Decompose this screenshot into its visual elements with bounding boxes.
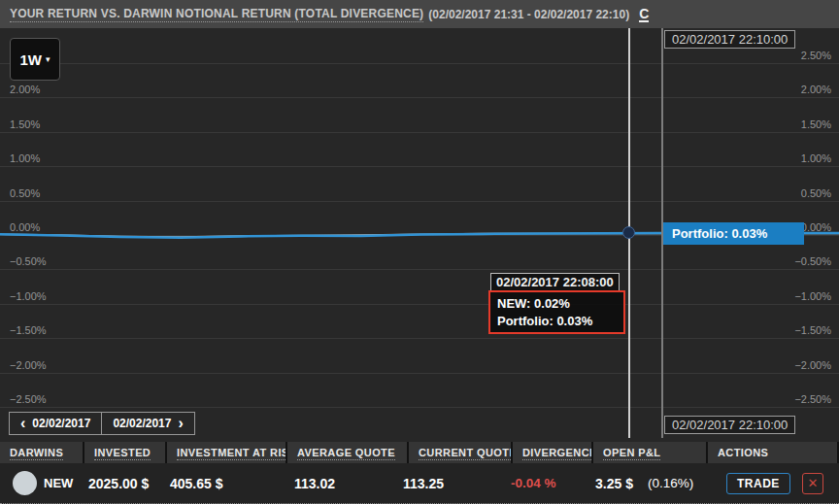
gridline [0,407,839,408]
y-axis-label-right: −2.00% [794,359,831,372]
open-pl-value: 3.25 $ [595,476,633,491]
y-axis-label-right: 2.50% [801,50,831,62]
col-header-investment-at-risk: INVESTMENT AT RISK [167,442,285,463]
gridline [0,338,839,339]
refresh-icon[interactable]: C [639,7,649,22]
y-axis-label-left: 2.00% [10,84,40,96]
chevron-right-icon: › [178,417,183,430]
y-axis-label-left: 0.00% [10,221,40,234]
chevron-down-icon: ▾ [46,54,50,64]
date-navigation: ‹ 02/02/2017 02/02/2017 › [9,412,195,435]
y-axis-label-right: 1.00% [801,152,831,165]
y-axis-label-left: 1.00% [10,152,40,165]
gridline [0,304,839,305]
chart-header-bar: YOUR RETURN VS. DARWIN NOTIONAL RETURN (… [0,0,839,28]
cell-darwin: NEW [0,471,83,495]
cell-open-pl: 3.25 $ (0.16%) [582,476,694,491]
col-header-actions: ACTIONS [708,442,837,463]
y-axis-label-right: 0.00% [801,221,831,234]
gridline [0,201,839,202]
divergence-value: -0.04 % [503,476,556,490]
darwin-avatar[interactable] [13,471,37,495]
chart-title: YOUR RETURN VS. DARWIN NOTIONAL RETURN (… [10,7,423,22]
trade-button[interactable]: TRADE [726,473,790,494]
cell-average-quote: 113.02 [282,476,401,491]
axis-extreme-time-bottom: 02/02/2017 22:10:00 [664,416,795,434]
next-day-button[interactable]: 02/02/2017 › [102,412,194,435]
y-axis-label-right: −1.00% [794,290,831,303]
chart-area: 2.50% 2.00% 1.50% 1.00% 0.50% 0.00% −0.5… [0,28,839,442]
crosshair-point-marker [622,226,635,239]
axis-extreme-time-top: 02/02/2017 22:10:00 [664,30,795,49]
y-axis-label-right: 2.00% [801,84,831,96]
tooltip-row-portfolio: Portfolio: 0.03% [497,313,617,330]
gridline [0,166,839,167]
col-header-average-quote: AVERAGE QUOTE [287,442,407,463]
open-pl-percent: (0.16%) [648,476,693,490]
timeframe-dropdown-button[interactable]: 1W ▾ [10,38,60,81]
table-row: NEW 2025.00 $ 405.65 $ 113.02 113.25 -0.… [0,463,839,504]
cell-divergence: -0.04 % [503,476,582,490]
cell-investment-at-risk: 405.65 $ [163,476,282,491]
col-header-invested: INVESTED [84,442,165,463]
cell-current-quote: 113.25 [401,476,503,491]
y-axis-label-left: 1.50% [10,118,40,131]
y-axis-label-right: −1.50% [794,324,831,337]
y-axis-label-right: 1.50% [801,118,831,131]
chart-date-range: (02/02/2017 21:31 - 02/02/2017 22:10) [428,8,629,21]
prev-day-label: 02/02/2017 [32,417,90,430]
tooltip-row-new: NEW: 0.02% [497,295,617,313]
tooltip-timestamp: 02/02/2017 22:08:00 [490,273,620,291]
gridline [0,63,839,64]
col-header-divergence: DIVERGENCE [513,442,591,463]
y-axis-label-right: −2.50% [794,393,831,406]
darwin-name[interactable]: NEW [44,476,73,490]
chevron-left-icon: ‹ [20,417,25,430]
col-header-darwins: DARWINS [0,442,83,463]
next-day-label: 02/02/2017 [113,417,171,430]
cell-actions: TRADE ✕ [694,473,839,494]
portfolio-last-value-badge: Portfolio: 0.03% [663,222,804,245]
y-axis-label-left: −1.50% [10,324,47,337]
cell-invested: 2025.00 $ [83,476,163,491]
prev-day-button[interactable]: ‹ 02/02/2017 [9,412,102,435]
y-axis-label-left: −2.00% [10,359,47,372]
gridline [0,373,839,374]
y-axis-label-left: −2.50% [10,393,47,406]
y-axis-label-left: −0.50% [10,255,47,268]
gridline [0,269,839,270]
gridline [0,132,839,133]
gridline [0,97,839,98]
table-header-row: DARWINS INVESTED INVESTMENT AT RISK AVER… [0,442,839,463]
y-axis-label-right: −0.50% [794,255,831,268]
y-axis-label-left: −1.00% [10,290,47,303]
col-header-current-quote: CURRENT QUOTE [409,442,511,463]
y-axis-label-right: 0.50% [801,187,831,200]
col-header-open-pl: OPEN P&L [593,442,706,463]
close-position-button[interactable]: ✕ [802,473,823,494]
y-axis-label-left: 0.50% [10,187,40,200]
tooltip-body: NEW: 0.02% Portfolio: 0.03% [488,290,625,334]
timeframe-label: 1W [19,51,42,68]
